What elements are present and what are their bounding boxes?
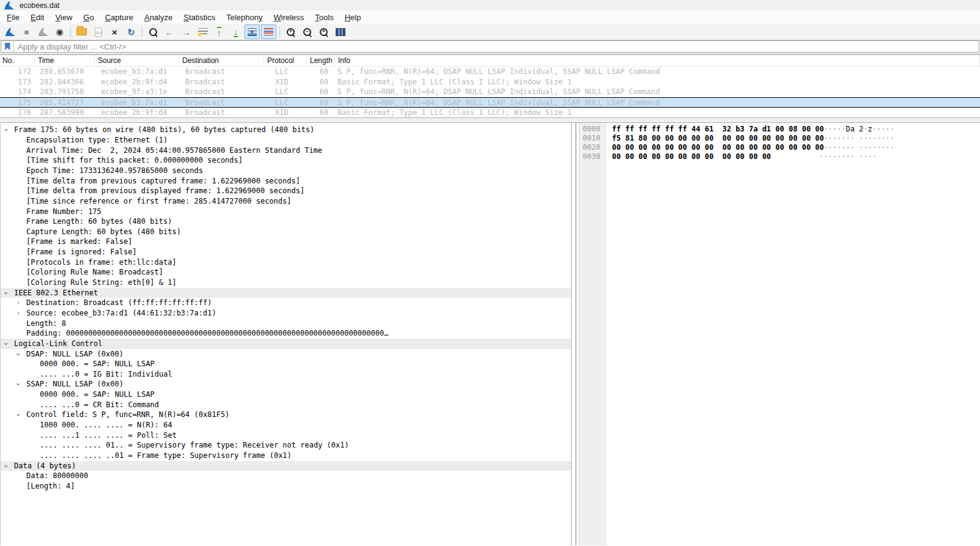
- detail-row[interactable]: Length: 8: [1, 319, 571, 329]
- detail-row[interactable]: Arrival Time: Dec 2, 2024 05:44:00.95786…: [1, 146, 571, 156]
- menu-edit[interactable]: Edit: [25, 12, 50, 23]
- save-file-button[interactable]: [90, 24, 106, 39]
- chevron-down-icon[interactable]: ›: [1, 127, 12, 134]
- detail-row[interactable]: [Time since reference or first frame: 28…: [1, 196, 571, 207]
- chevron-down-icon[interactable]: ›: [13, 350, 24, 358]
- hex-offset: 0030: [583, 152, 600, 161]
- restart-capture-button[interactable]: [35, 24, 51, 39]
- detail-row[interactable]: ›Logical-Link Control: [1, 339, 571, 349]
- detail-row[interactable]: [Coloring Rule Name: Broadcast]: [1, 267, 571, 278]
- resize-columns-button[interactable]: [333, 24, 348, 39]
- detail-row[interactable]: [Frame is ignored: False]: [1, 247, 571, 257]
- detail-row[interactable]: Encapsulation type: Ethernet (1): [1, 135, 571, 146]
- detail-row[interactable]: .... ...0 = IG Bit: Individual: [1, 369, 571, 380]
- zoom-in-button[interactable]: +: [283, 24, 298, 39]
- detail-row[interactable]: [Frame is marked: False]: [1, 237, 571, 247]
- column-header-destination[interactable]: Destination: [179, 55, 264, 66]
- packet-row-172[interactable]: 172280.653670ecobee_b3:7a:d1BroadcastLLC…: [0, 67, 980, 77]
- detail-row[interactable]: ›DSAP: NULL LSAP (0x00): [1, 349, 571, 360]
- detail-row[interactable]: .... ...0 = CR Bit: Command: [1, 400, 571, 410]
- detail-row[interactable]: ›Destination: Broadcast (ff:ff:ff:ff:ff:…: [1, 298, 571, 308]
- detail-row[interactable]: 0000 000. = SAP: NULL LSAP: [1, 389, 571, 400]
- menu-analyze[interactable]: Analyze: [139, 12, 178, 23]
- column-header-time[interactable]: Time: [35, 55, 95, 66]
- display-filter-input[interactable]: [14, 41, 979, 52]
- horizontal-splitter[interactable]: [0, 117, 980, 123]
- go-to-packet-button[interactable]: [195, 24, 210, 39]
- detail-row[interactable]: Frame Number: 175: [1, 207, 571, 217]
- menu-tools[interactable]: Tools: [309, 12, 339, 23]
- detail-row[interactable]: ›SSAP: NULL LSAP (0x00): [1, 379, 571, 389]
- packet-row-175[interactable]: 175285.414727ecobee_b3:7a:d1BroadcastLLC…: [0, 97, 980, 108]
- detail-row[interactable]: ›Frame 175: 60 bytes on wire (480 bits),…: [1, 125, 571, 135]
- detail-row[interactable]: [Time shift for this packet: 0.000000000…: [1, 155, 571, 166]
- menu-statistics[interactable]: Statistics: [178, 12, 221, 23]
- chevron-right-icon[interactable]: ›: [15, 308, 22, 319]
- zoom-out-button[interactable]: −: [300, 24, 315, 39]
- detail-row[interactable]: .... ...1 .... .... = Poll: Set: [1, 430, 571, 441]
- column-header-protocol[interactable]: Protocol: [264, 55, 307, 66]
- detail-row[interactable]: [Coloring Rule String: eth[0] & 1]: [1, 278, 571, 288]
- colorize-packets-button[interactable]: [261, 24, 276, 39]
- chevron-down-icon[interactable]: ›: [1, 289, 12, 297]
- go-first-packet-button[interactable]: ↑: [212, 24, 227, 39]
- detail-row[interactable]: ›Source: ecobee_b3:7a:d1 (44:61:32:b3:7a…: [1, 308, 571, 319]
- close-file-button[interactable]: ×: [107, 24, 122, 39]
- chevron-down-icon[interactable]: ›: [1, 340, 12, 347]
- hex-row[interactable]: 0000ff ff ff ff ff ff 44 61 32 b3 7a d1 …: [580, 125, 980, 134]
- hex-row[interactable]: 0010f5 81 80 00 00 00 00 00 00 00 00 00 …: [580, 134, 980, 143]
- go-back-button[interactable]: ←: [162, 24, 177, 39]
- find-packet-button[interactable]: [146, 24, 161, 39]
- go-last-packet-button[interactable]: ↓: [228, 24, 243, 39]
- chevron-down-icon[interactable]: ›: [1, 462, 12, 470]
- menu-view[interactable]: View: [50, 12, 78, 23]
- detail-row[interactable]: Data: 80000000: [1, 471, 571, 481]
- hex-row[interactable]: 002000 00 00 00 00 00 00 00 00 00 00 00 …: [580, 143, 980, 152]
- chevron-down-icon[interactable]: ›: [13, 381, 24, 388]
- menu-capture[interactable]: Capture: [100, 12, 139, 23]
- packet-row-176[interactable]: 176287.583990ecobee_2b:9f:d4BroadcastXID…: [0, 108, 980, 118]
- detail-row[interactable]: [Time delta from previous displayed fram…: [1, 186, 571, 196]
- detail-row[interactable]: [Protocols in frame: eth:llc:data]: [1, 257, 571, 268]
- chevron-right-icon[interactable]: ›: [15, 298, 22, 308]
- menu-telephony[interactable]: Telephony: [221, 12, 268, 23]
- hex-row[interactable]: 003000 00 00 00 00 00 00 00 00 00 00 00·…: [580, 152, 980, 161]
- detail-row[interactable]: ›Control field: S P, func=RNR, N(R)=64 (…: [1, 410, 571, 420]
- auto-scroll-button[interactable]: [245, 24, 260, 39]
- zoom-normal-button[interactable]: =: [316, 24, 331, 39]
- menu-file[interactable]: File: [1, 12, 25, 23]
- zoom-out-icon: −: [303, 28, 312, 37]
- packet-row-174[interactable]: 174283.791758ecobee_9f:a3:1eBroadcastLLC…: [0, 87, 980, 97]
- menu-wireless[interactable]: Wireless: [268, 12, 310, 23]
- chevron-down-icon[interactable]: ›: [13, 411, 24, 419]
- packet-details-pane: ›Frame 175: 60 bytes on wire (480 bits),…: [0, 123, 572, 545]
- menu-help[interactable]: Help: [339, 12, 367, 23]
- detail-row[interactable]: Capture Length: 60 bytes (480 bits): [1, 227, 571, 237]
- vertical-splitter[interactable]: [575, 123, 577, 545]
- open-file-button[interactable]: [74, 24, 89, 39]
- go-forward-button[interactable]: →: [179, 24, 194, 39]
- packet-row-173[interactable]: 173282.844366ecobee_2b:9f:d4BroadcastXID…: [0, 77, 980, 87]
- stop-capture-button[interactable]: ■: [19, 24, 34, 39]
- detail-row[interactable]: [Time delta from previous captured frame…: [1, 176, 571, 186]
- detail-row[interactable]: ›IEEE 802.3 Ethernet: [1, 288, 571, 298]
- detail-row[interactable]: Frame Length: 60 bytes (480 bits): [1, 216, 571, 227]
- packet-list-header: No.TimeSourceDestinationProtocolLengthIn…: [0, 55, 980, 67]
- detail-row[interactable]: [Length: 4]: [1, 481, 571, 492]
- detail-row[interactable]: Padding: 0000000000000000000000000000000…: [1, 328, 571, 339]
- reload-file-button[interactable]: ↻: [123, 24, 139, 39]
- detail-row[interactable]: Epoch Time: 1733136240.957865000 seconds: [1, 166, 571, 176]
- detail-row[interactable]: 0000 000. = SAP: NULL LSAP: [1, 359, 571, 369]
- detail-row[interactable]: ›Data (4 bytes): [1, 461, 571, 471]
- start-capture-button[interactable]: [2, 24, 18, 39]
- column-header-source[interactable]: Source: [95, 55, 179, 66]
- column-header-info[interactable]: Info: [335, 55, 980, 66]
- capture-options-button[interactable]: ◉: [52, 24, 67, 39]
- column-header-length[interactable]: Length: [307, 55, 335, 66]
- column-header-no[interactable]: No.: [0, 55, 35, 66]
- detail-row[interactable]: .... .... .... ..01 = Frame type: Superv…: [1, 451, 571, 461]
- filter-bookmark-button[interactable]: [1, 41, 14, 52]
- detail-row[interactable]: .... .... .... 01.. = Supervisory frame …: [1, 440, 571, 451]
- menu-go[interactable]: Go: [78, 12, 99, 23]
- detail-row[interactable]: 1000 000. .... .... = N(R): 64: [1, 420, 571, 430]
